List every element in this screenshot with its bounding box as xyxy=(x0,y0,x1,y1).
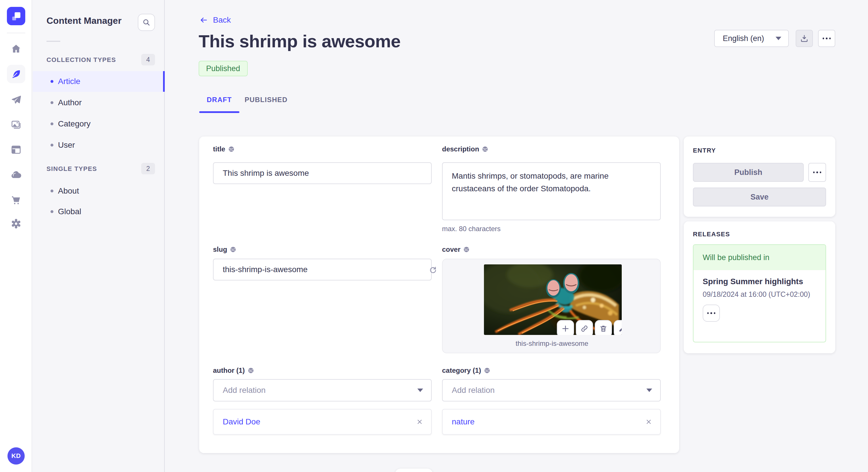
paper-plane-icon xyxy=(11,94,22,105)
add-icon xyxy=(561,325,569,333)
sidebar-item-author[interactable]: Author xyxy=(33,92,165,113)
sidebar-item-category[interactable]: Category xyxy=(33,113,165,134)
export-button[interactable] xyxy=(796,30,813,47)
relation-link-category[interactable]: nature xyxy=(452,417,474,427)
release-more-button[interactable] xyxy=(703,305,720,322)
download-icon xyxy=(800,34,809,43)
sidebar-item-about[interactable]: About xyxy=(33,181,165,201)
cover-image[interactable] xyxy=(484,264,622,335)
trash-icon xyxy=(599,325,608,333)
sidebar-item-deploy[interactable] xyxy=(7,91,25,109)
bullet-icon xyxy=(51,210,53,213)
regenerate-slug-button[interactable] xyxy=(426,263,440,277)
save-button[interactable]: Save xyxy=(693,188,826,206)
strapi-logo[interactable] xyxy=(7,7,25,25)
close-icon xyxy=(416,418,423,425)
globe-icon xyxy=(230,246,236,252)
refresh-icon xyxy=(429,266,437,274)
cloud-icon xyxy=(10,169,22,181)
user-avatar[interactable]: KD xyxy=(7,447,25,465)
add-media-button[interactable] xyxy=(557,320,574,335)
entry-more-button[interactable] xyxy=(808,163,826,182)
release-status: Will be published in xyxy=(693,245,826,270)
remove-author-relation-button[interactable] xyxy=(416,418,423,425)
sidebar-item-content-manager[interactable] xyxy=(7,65,25,83)
sidebar-divider xyxy=(46,41,60,42)
globe-icon xyxy=(484,367,490,374)
sidebar-item-article[interactable]: Article xyxy=(33,71,165,92)
chevron-down-icon xyxy=(646,389,652,392)
author-add-relation-combobox[interactable]: Add relation xyxy=(213,379,432,401)
sidebar-item-settings[interactable] xyxy=(7,214,25,233)
tab-published[interactable]: PUBLISHED xyxy=(247,94,285,106)
combobox-placeholder: Add relation xyxy=(223,386,266,395)
tab-draft[interactable]: DRAFT xyxy=(199,94,239,106)
search-button[interactable] xyxy=(138,14,155,31)
sidebar-item-content-type-builder[interactable] xyxy=(7,140,25,159)
cover-actions xyxy=(557,320,622,335)
bullet-icon xyxy=(51,80,53,83)
status-badge: Published xyxy=(198,61,248,76)
cover-caption: this-shrimp-is-awesome xyxy=(443,339,661,347)
cart-icon xyxy=(11,195,22,206)
arrow-left-icon xyxy=(199,15,208,25)
sidebar-item-home[interactable] xyxy=(7,40,25,58)
relation-link-author[interactable]: David Doe xyxy=(223,417,260,427)
home-icon xyxy=(11,43,22,54)
slug-input[interactable] xyxy=(213,259,432,280)
bullet-icon xyxy=(51,144,53,146)
next-section-peek xyxy=(395,469,433,472)
edit-form-card: title description Mantis shrimps, or sto… xyxy=(199,136,679,453)
bullet-icon xyxy=(51,101,53,104)
strapi-logo-icon xyxy=(10,10,22,22)
locale-select[interactable]: English (en) xyxy=(714,30,789,47)
sidebar-item-marketplace[interactable] xyxy=(7,191,25,209)
link-icon xyxy=(580,325,588,333)
back-link[interactable]: Back xyxy=(199,15,231,25)
remove-category-relation-button[interactable] xyxy=(645,418,652,425)
description-helper: max. 80 characters xyxy=(442,225,501,233)
sidebar-item-label: Article xyxy=(58,77,81,86)
locale-value: English (en) xyxy=(723,34,764,43)
description-textarea[interactable]: Mantis shrimps, or stomatopods, are mari… xyxy=(442,162,661,220)
copy-link-button[interactable] xyxy=(576,320,593,335)
sidebar-item-label: Global xyxy=(58,207,81,216)
avatar-initials: KD xyxy=(11,452,21,460)
sidebar-title: Content Manager xyxy=(46,15,121,26)
sidebar-item-user[interactable]: User xyxy=(33,135,165,156)
chevron-down-icon xyxy=(417,389,423,392)
layout-icon xyxy=(11,144,22,155)
ellipsis-icon xyxy=(813,171,821,173)
sidebar-item-cloud[interactable] xyxy=(7,166,25,184)
cover-field-label: cover xyxy=(442,245,470,254)
sidebar-item-label: Category xyxy=(58,119,91,129)
title-input[interactable] xyxy=(213,162,432,184)
active-tab-indicator xyxy=(199,111,239,113)
author-relation-item: David Doe xyxy=(213,409,432,435)
release-title: Spring Summer highlights xyxy=(703,277,803,286)
feather-icon xyxy=(11,69,22,79)
header-more-button[interactable] xyxy=(818,30,835,47)
single-types-count-badge: 2 xyxy=(141,163,155,174)
section-collection-types: COLLECTION TYPES xyxy=(46,56,116,64)
delete-media-button[interactable] xyxy=(595,320,612,335)
releases-panel: RELEASES Will be published in Spring Sum… xyxy=(684,222,835,353)
images-icon xyxy=(11,120,22,131)
sidebar-item-global[interactable]: Global xyxy=(33,201,165,222)
globe-icon xyxy=(228,146,235,152)
sidebar-item-label: About xyxy=(58,187,79,196)
bullet-icon xyxy=(51,123,53,125)
category-add-relation-combobox[interactable]: Add relation xyxy=(442,379,661,401)
category-relation-item: nature xyxy=(442,409,661,435)
section-single-types: SINGLE TYPES xyxy=(46,165,97,173)
rail-divider xyxy=(7,33,25,33)
sidebar-item-media-library[interactable] xyxy=(7,116,25,134)
cover-media-field: this-shrimp-is-awesome xyxy=(442,259,661,353)
combobox-placeholder: Add relation xyxy=(452,386,495,395)
edit-media-button[interactable] xyxy=(614,320,622,335)
publish-button[interactable]: Publish xyxy=(693,163,804,182)
page-title: This shrimp is awesome xyxy=(198,31,401,51)
collection-types-count-badge: 4 xyxy=(141,54,155,65)
strapi-app: KD Content Manager COLLECTION TYPES 4 Ar… xyxy=(0,0,868,472)
entry-panel: ENTRY Publish Save xyxy=(684,136,835,217)
